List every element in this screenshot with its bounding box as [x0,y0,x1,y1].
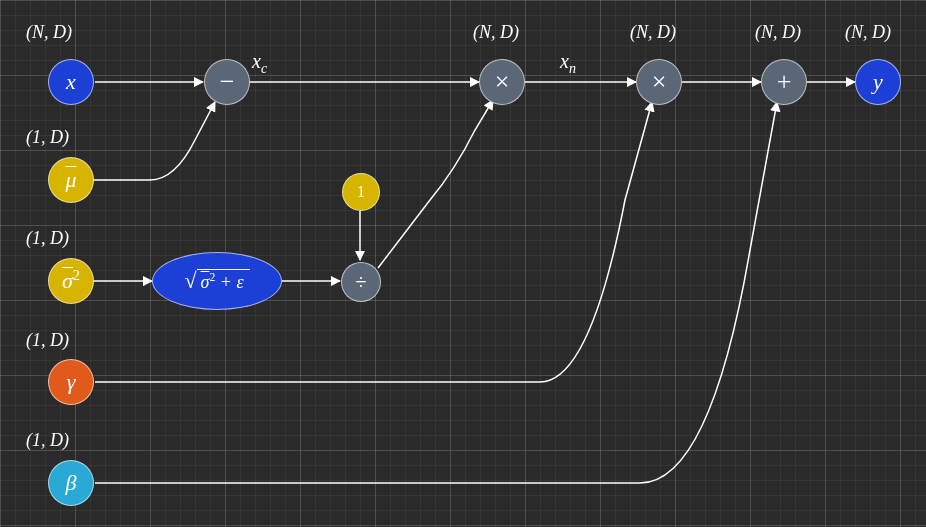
dim-plus: (N, D) [755,22,801,43]
node-sqrt: √ σ2 + ε [152,252,282,310]
node-gamma: γ [48,359,94,405]
node-mult1: × [479,59,525,105]
dim-y: (N, D) [845,22,891,43]
node-plus: + [761,59,807,105]
node-div: ÷ [341,262,381,302]
node-sigma2: σ2 [48,258,94,304]
dim-gamma: (1, D) [26,330,69,351]
node-x: x [48,59,94,105]
node-y: y [855,59,901,105]
dim-beta: (1, D) [26,430,69,451]
node-beta: β [48,460,94,506]
node-one: 1 [342,173,380,211]
dim-x: (N, D) [26,22,72,43]
dim-mult1: (N, D) [473,22,519,43]
node-minus: − [204,59,250,105]
dim-mult2: (N, D) [630,22,676,43]
dim-mu: (1, D) [26,127,69,148]
edge-label-xc: xc [252,50,267,77]
edge-label-xn: xn [560,50,576,77]
node-mult2: × [636,59,682,105]
dim-sigma2: (1, D) [26,228,69,249]
node-mu: μ [48,157,94,203]
